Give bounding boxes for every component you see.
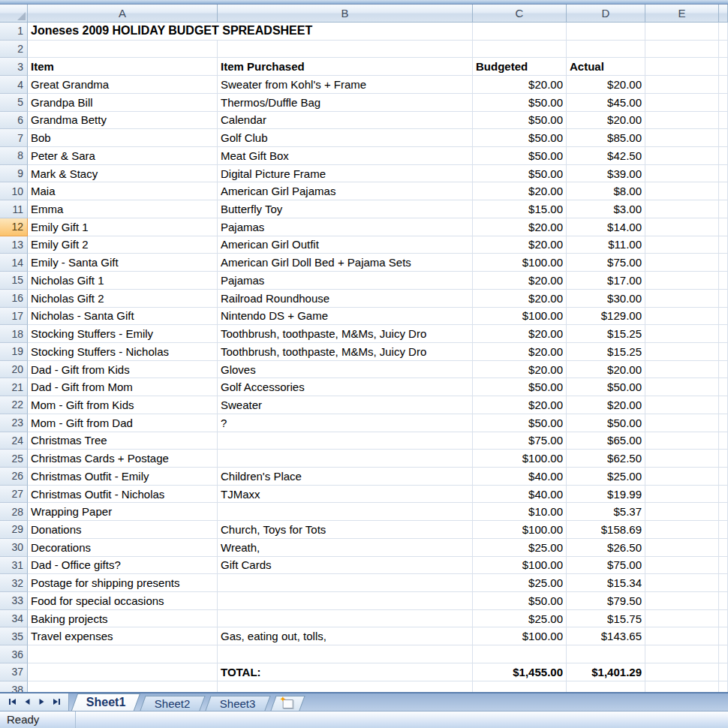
cell-C24[interactable]: $75.00 xyxy=(473,432,567,450)
cell-E3[interactable] xyxy=(645,58,719,76)
cell-E5[interactable] xyxy=(645,94,719,112)
cell-D14[interactable]: $75.00 xyxy=(567,254,645,272)
row-header-21[interactable]: 21 xyxy=(0,378,28,396)
row-header-38[interactable]: 38 xyxy=(0,681,28,692)
cell-B12[interactable]: Pajamas xyxy=(218,218,473,236)
cell-A3[interactable]: Item xyxy=(28,58,218,76)
row-header-1[interactable]: 1 xyxy=(0,23,28,41)
cell-C8[interactable]: $50.00 xyxy=(473,147,567,165)
sheet-tab-sheet3[interactable]: Sheet3 xyxy=(205,696,270,711)
cell-E19[interactable] xyxy=(645,343,719,361)
cell-A12[interactable]: Emily Gift 1 xyxy=(28,218,218,236)
cell-B33[interactable] xyxy=(218,592,473,610)
cell-B7[interactable]: Golf Club xyxy=(218,129,473,147)
row-header-7[interactable]: 7 xyxy=(0,129,28,147)
cell-E6[interactable] xyxy=(645,112,719,130)
cell-F27[interactable] xyxy=(719,486,728,504)
cell-B28[interactable] xyxy=(218,503,473,521)
cell-A7[interactable]: Bob xyxy=(28,129,218,147)
cell-C25[interactable]: $100.00 xyxy=(473,450,567,468)
cell-E30[interactable] xyxy=(645,539,719,557)
column-header-E[interactable]: E xyxy=(645,5,719,23)
insert-worksheet-tab[interactable]: ✦ xyxy=(270,696,305,711)
select-all-corner[interactable] xyxy=(0,5,28,23)
cell-D23[interactable]: $50.00 xyxy=(567,414,645,432)
cell-D33[interactable]: $79.50 xyxy=(567,592,645,610)
cell-B38[interactable] xyxy=(218,681,473,692)
cell-D6[interactable]: $20.00 xyxy=(567,112,645,130)
row-header-33[interactable]: 33 xyxy=(0,592,28,610)
cell-E20[interactable] xyxy=(645,361,719,379)
cell-C27[interactable]: $40.00 xyxy=(473,486,567,504)
cell-A31[interactable]: Dad - Office gifts? xyxy=(28,557,218,575)
cell-B23[interactable]: ? xyxy=(218,414,473,432)
row-header-20[interactable]: 20 xyxy=(0,361,28,379)
cell-A4[interactable]: Great Grandma xyxy=(28,76,218,94)
cell-E2[interactable] xyxy=(645,41,719,59)
cell-C5[interactable]: $50.00 xyxy=(473,94,567,112)
cell-A15[interactable]: Nicholas Gift 1 xyxy=(28,272,218,290)
cell-B31[interactable]: Gift Cards xyxy=(218,557,473,575)
cell-E12[interactable] xyxy=(645,218,719,236)
cell-F34[interactable] xyxy=(719,610,728,628)
cell-C26[interactable]: $40.00 xyxy=(473,468,567,486)
cell-F1[interactable] xyxy=(719,23,728,41)
row-header-29[interactable]: 29 xyxy=(0,521,28,539)
row-header-23[interactable]: 23 xyxy=(0,414,28,432)
row-header-6[interactable]: 6 xyxy=(0,112,28,130)
cell-F13[interactable] xyxy=(719,236,728,254)
cell-C34[interactable]: $25.00 xyxy=(473,610,567,628)
cell-E1[interactable] xyxy=(645,23,719,41)
cell-D17[interactable]: $129.00 xyxy=(567,308,645,326)
cell-D5[interactable]: $45.00 xyxy=(567,94,645,112)
cell-A34[interactable]: Baking projects xyxy=(28,610,218,628)
cell-F14[interactable] xyxy=(719,254,728,272)
cell-C35[interactable]: $100.00 xyxy=(473,627,567,645)
cell-F5[interactable] xyxy=(719,94,728,112)
row-header-27[interactable]: 27 xyxy=(0,486,28,504)
cell-C6[interactable]: $50.00 xyxy=(473,112,567,130)
cell-A25[interactable]: Christmas Cards + Postage xyxy=(28,450,218,468)
cell-A2[interactable] xyxy=(28,41,218,59)
cell-A18[interactable]: Stocking Stuffers - Emily xyxy=(28,325,218,343)
cell-C2[interactable] xyxy=(473,41,567,59)
cell-A13[interactable]: Emily Gift 2 xyxy=(28,236,218,254)
cell-F28[interactable] xyxy=(719,503,728,521)
cell-F19[interactable] xyxy=(719,343,728,361)
row-header-34[interactable]: 34 xyxy=(0,610,28,628)
cell-E11[interactable] xyxy=(645,200,719,218)
cell-E4[interactable] xyxy=(645,76,719,94)
cell-C9[interactable]: $50.00 xyxy=(473,165,567,183)
row-header-14[interactable]: 14 xyxy=(0,254,28,272)
cell-D35[interactable]: $143.65 xyxy=(567,627,645,645)
cell-C28[interactable]: $10.00 xyxy=(473,503,567,521)
cell-B14[interactable]: American Girl Doll Bed + Pajama Sets xyxy=(218,254,473,272)
row-header-15[interactable]: 15 xyxy=(0,272,28,290)
row-header-12[interactable]: 12 xyxy=(0,218,28,236)
cell-A26[interactable]: Christmas Outfit - Emily xyxy=(28,468,218,486)
cell-B30[interactable]: Wreath, xyxy=(218,539,473,557)
cell-A35[interactable]: Travel expenses xyxy=(28,627,218,645)
cell-B36[interactable] xyxy=(218,645,473,663)
cell-C13[interactable]: $20.00 xyxy=(473,236,567,254)
cell-F12[interactable] xyxy=(719,218,728,236)
cell-D36[interactable] xyxy=(567,645,645,663)
cell-A20[interactable]: Dad - Gift from Kids xyxy=(28,361,218,379)
cell-D4[interactable]: $20.00 xyxy=(567,76,645,94)
cell-E15[interactable] xyxy=(645,272,719,290)
cell-A19[interactable]: Stocking Stuffers - Nicholas xyxy=(28,343,218,361)
cell-C20[interactable]: $20.00 xyxy=(473,361,567,379)
cell-E38[interactable] xyxy=(645,681,719,692)
cell-B16[interactable]: Railroad Roundhouse xyxy=(218,290,473,308)
cell-B25[interactable] xyxy=(218,450,473,468)
cell-B10[interactable]: American Girl Pajamas xyxy=(218,182,473,200)
cell-F35[interactable] xyxy=(719,627,728,645)
cell-B2[interactable] xyxy=(218,41,473,59)
cell-B18[interactable]: Toothbrush, toothpaste, M&Ms, Juicy Dro xyxy=(218,325,473,343)
cell-A24[interactable]: Christmas Tree xyxy=(28,432,218,450)
cell-A33[interactable]: Food for special occasions xyxy=(28,592,218,610)
cell-B6[interactable]: Calendar xyxy=(218,112,473,130)
cell-E17[interactable] xyxy=(645,308,719,326)
row-header-25[interactable]: 25 xyxy=(0,450,28,468)
sheet-tab-sheet2[interactable]: Sheet2 xyxy=(140,696,206,711)
